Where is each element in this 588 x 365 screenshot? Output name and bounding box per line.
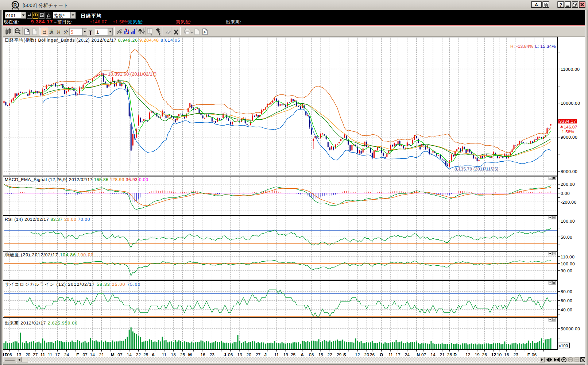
svg-text:90.00: 90.00 [561, 268, 572, 273]
svg-text:08: 08 [309, 352, 314, 357]
svg-text:指数*: 指数* [54, 13, 65, 18]
svg-text:24: 24 [405, 352, 410, 357]
svg-text:27: 27 [33, 352, 38, 357]
svg-text:8,135.79 (2011/11/25): 8,135.79 (2011/11/25) [454, 166, 499, 172]
svg-text:10,891.60 (2011/02/17): 10,891.60 (2011/02/17) [108, 72, 156, 77]
svg-text:→前日比:: →前日比: [53, 19, 73, 24]
svg-text:11: 11 [48, 352, 53, 357]
svg-text:N: N [417, 352, 420, 357]
svg-text:1.58%: 1.58% [562, 130, 574, 134]
svg-text:50000.00: 50000.00 [561, 326, 580, 331]
svg-text:14: 14 [430, 352, 436, 357]
svg-text:12: 12 [491, 352, 496, 357]
svg-text:16: 16 [200, 352, 205, 357]
svg-text:M: M [111, 352, 115, 357]
svg-text:M: M [188, 352, 192, 357]
svg-text:20: 20 [26, 352, 31, 357]
svg-text:R: R [13, 2, 17, 8]
svg-text:MACD_EMA_Signal (12,26,9) 2012: MACD_EMA_Signal (12,26,9) 2012/02/17 165… [5, 177, 148, 182]
svg-text:12: 12 [355, 352, 360, 357]
svg-text:買気配:: 買気配: [176, 19, 192, 24]
svg-text:11: 11 [388, 352, 393, 357]
svg-text:5: 5 [71, 30, 73, 35]
svg-text:07: 07 [82, 352, 88, 357]
svg-text:x100: x100 [559, 344, 568, 348]
svg-text:23: 23 [513, 352, 518, 357]
svg-text:110.00: 110.00 [561, 254, 575, 260]
svg-text:17: 17 [395, 352, 401, 357]
svg-text:80.00: 80.00 [561, 289, 572, 294]
svg-text:9384.17: 9384.17 [560, 119, 576, 124]
svg-text:40.00: 40.00 [561, 307, 572, 312]
svg-text:100.00: 100.00 [561, 261, 575, 266]
svg-text:06: 06 [228, 352, 233, 357]
svg-text:50.00: 50.00 [561, 235, 572, 240]
svg-text:週: 週 [49, 29, 54, 35]
svg-text:現在値:: 現在値: [4, 19, 19, 24]
svg-text:11: 11 [40, 352, 45, 357]
svg-text:P: P [204, 31, 206, 34]
svg-text:22: 22 [328, 352, 333, 357]
svg-text:1: 1 [96, 30, 99, 35]
svg-text:J: J [264, 352, 267, 357]
svg-text:0101: 0101 [6, 14, 16, 18]
svg-text:100.00: 100.00 [561, 219, 575, 224]
svg-text:200.00: 200.00 [561, 182, 575, 187]
svg-text:L: 15.34%: L: 15.34% [535, 44, 556, 49]
svg-text:19: 19 [283, 352, 289, 357]
svg-text:A: A [151, 352, 155, 357]
svg-text:?: ? [559, 2, 562, 8]
svg-text:26: 26 [370, 352, 375, 357]
svg-text:9000.00: 9000.00 [561, 135, 577, 140]
svg-text:20: 20 [364, 352, 370, 357]
svg-text:25: 25 [291, 352, 296, 357]
svg-text:売気配:: 売気配: [128, 19, 144, 24]
svg-text:F: F [76, 352, 79, 357]
svg-text:146.07: 146.07 [564, 125, 577, 130]
svg-text:13: 13 [237, 352, 242, 357]
svg-text:17: 17 [55, 352, 60, 357]
svg-text:16: 16 [504, 352, 509, 357]
svg-text:27: 27 [256, 352, 261, 357]
svg-text:10: 10 [497, 352, 502, 357]
svg-text:A: A [301, 352, 304, 357]
svg-text:日: 日 [42, 29, 47, 35]
svg-text:13: 13 [16, 352, 22, 357]
svg-text:15: 15 [318, 352, 323, 357]
svg-text:A: A [535, 2, 538, 7]
svg-text:F: F [527, 352, 530, 357]
svg-text:+146.07: +146.07 [90, 19, 107, 24]
svg-text:21: 21 [440, 352, 445, 357]
svg-text:07: 07 [421, 352, 426, 357]
svg-text:25: 25 [180, 352, 185, 357]
svg-text:28: 28 [447, 352, 452, 357]
svg-text:06: 06 [7, 352, 12, 357]
svg-text:21: 21 [99, 352, 104, 357]
svg-text:20: 20 [247, 352, 252, 357]
svg-text:-200.00: -200.00 [561, 200, 577, 205]
svg-text:07: 07 [117, 352, 123, 357]
svg-text:8000.00: 8000.00 [561, 169, 577, 174]
svg-text:14: 14 [127, 352, 132, 357]
svg-text:S: S [343, 352, 346, 357]
svg-text:乖離度 (20) 2012/02/17 104.86 100: 乖離度 (20) 2012/02/17 104.86 100.00 [5, 252, 94, 257]
svg-text:28: 28 [143, 352, 148, 357]
svg-text:日経平均(指数) Bollinger_Bands (20,2: 日経平均(指数) Bollinger_Bands (20,2) 2012/02/… [5, 38, 180, 43]
svg-text:19: 19 [475, 352, 480, 357]
svg-text:+1.58%: +1.58% [113, 19, 128, 24]
svg-text:[5002] 分析チャート: [5002] 分析チャート [23, 3, 68, 8]
svg-text:サイコロジカルライン (12) 2012/02/17 58.: サイコロジカルライン (12) 2012/02/17 58.33 25.00 7… [5, 282, 141, 287]
svg-text:18: 18 [171, 352, 176, 357]
svg-text:出来高 2012/02/17 2,625,950.00: 出来高 2012/02/17 2,625,950.00 [5, 320, 78, 326]
svg-text:RSI (14) 2012/02/17 83.37 30.0: RSI (14) 2012/02/17 83.37 30.00 70.00 [5, 217, 90, 222]
svg-text:26: 26 [482, 352, 487, 357]
svg-text:10000.00: 10000.00 [561, 101, 580, 106]
svg-text:06: 06 [532, 352, 537, 357]
svg-text:O: O [380, 352, 383, 357]
svg-text:D: D [453, 352, 457, 357]
svg-text:24: 24 [64, 352, 69, 357]
svg-text:分: 分 [63, 29, 68, 35]
svg-text:出来高:: 出来高: [226, 19, 241, 24]
svg-text:11000.00: 11000.00 [561, 67, 580, 72]
svg-text:11: 11 [162, 352, 167, 357]
